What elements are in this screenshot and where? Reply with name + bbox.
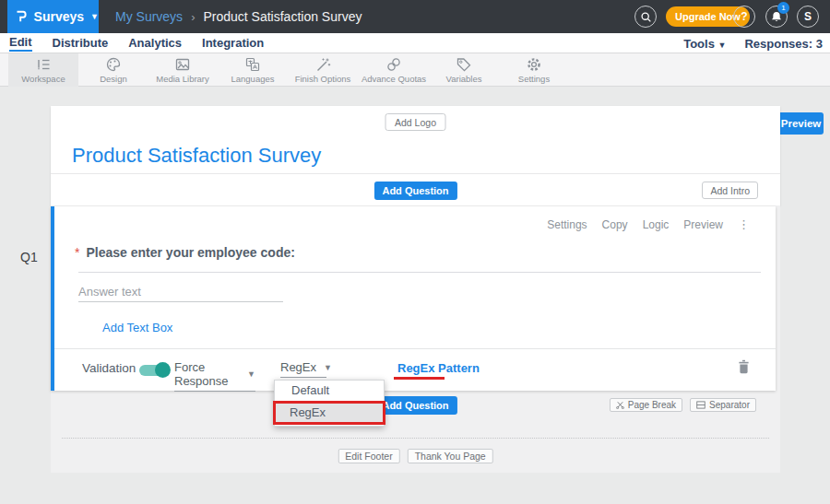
tools-label: Tools	[683, 37, 715, 51]
toolbar-item-design[interactable]: Design	[78, 53, 148, 87]
questionpro-logo-icon	[16, 7, 28, 26]
palette-icon	[105, 56, 122, 73]
help-icon: ?	[741, 10, 747, 23]
validation-type-select[interactable]: RegEx ▼	[280, 360, 326, 378]
annotation-box: RegEx	[273, 401, 385, 425]
validation-label: Validation	[82, 361, 136, 375]
more-options-icon[interactable]: ⋮	[738, 217, 750, 231]
separator-icon	[696, 401, 706, 409]
tag-icon	[456, 56, 472, 73]
toolbar-item-settings[interactable]: Settings	[499, 53, 569, 87]
toolbar-item-workspace[interactable]: Workspace	[8, 53, 78, 87]
chevron-down-icon: ▼	[90, 12, 99, 21]
tab-analytics[interactable]: Analytics	[128, 36, 182, 51]
question-card: Settings Copy Logic Preview ⋮ * Please e…	[51, 206, 776, 391]
responses-link[interactable]: Responses: 3	[744, 37, 823, 51]
avatar-initial: S	[804, 10, 812, 23]
footer-controls: Edit Footer Thank You Page	[338, 449, 492, 463]
chevron-down-icon: ▼	[324, 363, 332, 372]
question-copy-link[interactable]: Copy	[602, 218, 628, 231]
notification-badge: 1	[777, 2, 789, 14]
toolbar-item-advance-quotas[interactable]: Advance Quotas	[359, 53, 429, 87]
tab-distribute[interactable]: Distribute	[53, 36, 109, 51]
help-button[interactable]: ?	[733, 6, 755, 28]
search-button[interactable]	[634, 6, 657, 28]
page-break-button[interactable]: Page Break	[610, 398, 682, 412]
breadcrumb-parent[interactable]: My Surveys	[115, 9, 183, 24]
add-question-button-top[interactable]: Add Question	[374, 182, 456, 200]
tab-edit[interactable]: Edit	[9, 35, 32, 52]
question-text-underline	[78, 272, 761, 273]
force-response-select[interactable]: Force Response ▼	[174, 360, 255, 392]
dotted-divider	[62, 438, 769, 439]
answer-input-underline	[78, 301, 283, 302]
app-header: Surveys ▼ My Surveys › Product Satisfact…	[0, 0, 830, 33]
toolbar-label: Design	[100, 74, 127, 84]
survey-title[interactable]: Product Satisfaction Survey	[72, 144, 321, 168]
product-switcher[interactable]: Surveys ▼	[7, 0, 99, 33]
regex-pattern-link[interactable]: RegEx Pattern	[397, 361, 480, 375]
add-text-box-link[interactable]: Add Text Box	[102, 321, 172, 334]
toolbar-label: Media Library	[156, 74, 209, 84]
preview-label: Preview	[781, 118, 821, 129]
toolbar-label: Variables	[446, 74, 482, 84]
tools-menu[interactable]: Tools ▼	[683, 37, 726, 51]
question-preview-link[interactable]: Preview	[683, 218, 723, 231]
survey-nav: Edit Distribute Analytics Integration To…	[0, 33, 830, 53]
builder-toolbar: Workspace Design Media Library Languages	[0, 53, 830, 87]
chevron-down-icon: ▼	[718, 41, 727, 50]
toolbar-label: Advance Quotas	[362, 74, 426, 84]
question-logic-link[interactable]: Logic	[643, 218, 670, 231]
breadcrumb-separator-icon: ›	[191, 10, 195, 24]
required-asterisk: *	[75, 245, 79, 260]
survey-header-card: Add Logo Product Satisfaction Survey Add…	[51, 106, 780, 205]
nav-tabs: Edit Distribute Analytics Integration	[9, 33, 264, 53]
validation-type-value: RegEx	[280, 360, 316, 374]
dropdown-option-regex[interactable]: RegEx	[276, 404, 383, 422]
toolbar-item-finish-options[interactable]: Finish Options	[288, 53, 358, 87]
add-question-button-bottom[interactable]: Add Question	[374, 396, 456, 415]
search-icon	[640, 11, 652, 23]
toolbar-item-media-library[interactable]: Media Library	[148, 53, 218, 87]
question-number: Q1	[20, 250, 38, 264]
question-text[interactable]: Please enter your employee code:	[86, 245, 294, 260]
page-controls: Page Break Separator	[610, 398, 756, 412]
breadcrumb-current: Product Satisfaction Survey	[203, 9, 362, 24]
question-settings-link[interactable]: Settings	[547, 218, 587, 231]
edit-footer-button[interactable]: Edit Footer	[338, 449, 399, 463]
dropdown-option-default[interactable]: Default	[275, 381, 384, 400]
thank-you-page-button[interactable]: Thank You Page	[408, 449, 493, 463]
toolbar-label: Languages	[231, 74, 274, 84]
survey-body-section: Settings Copy Logic Preview ⋮ * Please e…	[51, 205, 780, 473]
toolbar-label: Finish Options	[295, 74, 351, 84]
nav-right: Tools ▼ Responses: 3	[683, 33, 823, 53]
image-icon	[174, 56, 191, 73]
trash-icon	[738, 359, 750, 374]
toggle-knob	[155, 362, 171, 378]
toolbar-item-variables[interactable]: Variables	[429, 53, 499, 87]
add-intro-button[interactable]: Add Intro	[702, 182, 758, 199]
validation-toggle[interactable]	[139, 365, 169, 376]
gear-icon	[526, 56, 542, 73]
divider	[51, 173, 780, 174]
page-break-label: Page Break	[628, 400, 676, 410]
avatar[interactable]: S	[797, 6, 819, 28]
toolbar-item-languages[interactable]: Languages	[218, 53, 288, 87]
answer-text-input[interactable]: Answer text	[78, 285, 141, 299]
scissors-icon	[616, 401, 624, 409]
force-response-value: Force Response	[174, 360, 240, 388]
divider	[54, 348, 776, 349]
chevron-down-icon: ▼	[247, 369, 255, 379]
question-menu: Settings Copy Logic Preview ⋮	[547, 217, 750, 231]
question-text-row: * Please enter your employee code:	[75, 245, 295, 260]
translate-icon	[244, 56, 261, 73]
product-label: Surveys	[34, 9, 84, 24]
delete-question-button[interactable]	[738, 359, 750, 378]
toolbar-label: Workspace	[21, 74, 65, 84]
wand-icon	[314, 56, 331, 73]
separator-button[interactable]: Separator	[690, 398, 756, 412]
toolbar-label: Settings	[518, 74, 550, 84]
add-logo-button[interactable]: Add Logo	[385, 113, 446, 131]
tab-integration[interactable]: Integration	[202, 36, 264, 51]
workspace-icon	[35, 56, 52, 73]
